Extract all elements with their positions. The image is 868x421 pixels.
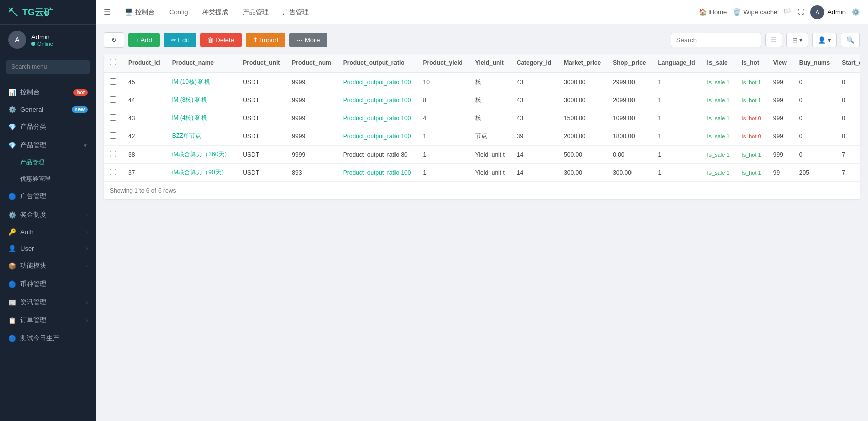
row-buy-nums: 0 — [793, 109, 836, 127]
row-shop-price: 1099.00 — [607, 109, 652, 127]
row-buy-nums: 205 — [793, 164, 836, 182]
sidebar-item-coupon-mgmt[interactable]: 优惠券管理 — [0, 171, 96, 187]
row-yield: 1 — [417, 164, 468, 182]
sidebar-item-coin-mgmt[interactable]: 🔵 币种管理 — [0, 275, 96, 293]
topbar-nav-config[interactable]: Config — [163, 5, 194, 19]
th-product-num[interactable]: Product_num — [286, 54, 337, 73]
topbar-nav-species[interactable]: 种类提成 — [196, 5, 234, 20]
row-start-day: 7 — [836, 146, 860, 164]
th-product-unit[interactable]: Product_unit — [236, 54, 286, 73]
row-yield-unit: 核 — [469, 91, 511, 109]
row-shop-price: 1800.00 — [607, 127, 652, 146]
table-row: 42 BZZ单节点 USDT 9999 Product_output_ratio… — [104, 127, 860, 146]
edit-button[interactable]: ✏ Edit — [164, 33, 196, 47]
topbar-home[interactable]: 🏠 Home — [699, 8, 727, 16]
th-language-id[interactable]: Language_id — [652, 54, 701, 73]
delete-button[interactable]: 🗑 Delete — [200, 33, 242, 47]
search-menu-input[interactable] — [6, 60, 90, 74]
sidebar-item-product-category[interactable]: 💎 产品分类 — [0, 118, 96, 136]
add-button[interactable]: + Add — [128, 33, 160, 47]
topbar-right: 🏠 Home 🗑️ Wipe cache 🏳️ ⛶ A Admin ⚙️ — [699, 5, 860, 19]
th-market-price[interactable]: Market_price — [558, 54, 607, 73]
sidebar-item-function-module[interactable]: 📦 功能模块 › — [0, 257, 96, 275]
topbar: ☰ 🖥️ 控制台 Config 种类提成 产品管理 广告管理 — [96, 0, 868, 24]
hamburger-icon[interactable]: ☰ — [104, 7, 111, 17]
topbar-wipe-cache[interactable]: 🗑️ Wipe cache — [733, 8, 777, 16]
sidebar-item-user[interactable]: 👤 User › — [0, 240, 96, 257]
row-yield-unit: 核 — [469, 109, 511, 127]
th-category-id[interactable]: Category_id — [511, 54, 558, 73]
row-checkbox — [104, 127, 122, 146]
th-product-output-ratio[interactable]: Product_output_ratio — [337, 54, 417, 73]
th-product-name[interactable]: Product_name — [166, 54, 237, 73]
import-button[interactable]: ⬆ Import — [246, 33, 285, 47]
sidebar-search-container — [0, 55, 96, 79]
topbar-flag[interactable]: 🏳️ — [783, 8, 792, 16]
th-is-sale[interactable]: Is_sale — [701, 54, 736, 73]
row-name: BZZ单节点 — [166, 127, 237, 146]
topbar-nav-console[interactable]: 🖥️ 控制台 — [119, 5, 161, 20]
row-is-sale: Is_sale 1 — [701, 91, 736, 109]
sidebar-item-test-today[interactable]: 🔵 测试今日生产 — [0, 329, 96, 347]
row-view: 999 — [767, 146, 793, 164]
th-buy-nums[interactable]: Buy_nums — [793, 54, 836, 73]
row-market-price: 1500.00 — [558, 109, 607, 127]
topbar-expand[interactable]: ⛶ — [798, 8, 804, 16]
table-scroll[interactable]: Product_id Product_name Product_unit Pro… — [104, 54, 860, 182]
row-checkbox — [104, 164, 122, 182]
toolbar: ↻ + Add ✏ Edit 🗑 Delete ⬆ Import ⋯ More … — [104, 32, 860, 48]
news-mgmt-label: 资讯管理 — [20, 298, 46, 307]
topbar-nav-product[interactable]: 产品管理 — [236, 5, 275, 20]
sidebar-item-ad-mgmt[interactable]: 🔵 广告管理 — [0, 187, 96, 205]
sidebar-item-product-mgmt[interactable]: 产品管理 — [0, 154, 96, 171]
th-is-hot[interactable]: Is_hot — [736, 54, 767, 73]
sidebar-item-dashboard[interactable]: 📊 控制台 hot — [0, 83, 96, 101]
th-product-id[interactable]: Product_id — [122, 54, 166, 73]
view-columns-button[interactable]: 👤 ▾ — [812, 33, 837, 47]
coin-mgmt-label: 币种管理 — [20, 279, 46, 289]
sidebar-item-general[interactable]: ⚙️ General new — [0, 101, 96, 118]
row-is-sale: Is_sale 1 — [701, 127, 736, 146]
search-input[interactable] — [671, 33, 761, 47]
row-shop-price: 2099.00 — [607, 91, 652, 109]
search-button[interactable]: 🔍 — [841, 33, 860, 47]
general-icon: ⚙️ — [8, 106, 16, 113]
row-name: iM (10核) 矿机 — [166, 73, 237, 91]
row-category-id: 14 — [511, 164, 558, 182]
row-id: 42 — [122, 127, 166, 146]
sidebar-item-bonus[interactable]: ⚙️ 奖金制度 › — [0, 205, 96, 224]
logo-icon: ⛏ — [8, 7, 18, 18]
topbar-nav-ad[interactable]: 广告管理 — [277, 5, 315, 20]
more-button[interactable]: ⋯ More — [289, 33, 327, 47]
sidebar-logo: ⛏ TG云矿 — [0, 0, 96, 25]
row-yield: 1 — [417, 146, 468, 164]
refresh-button[interactable]: ↻ — [104, 32, 124, 48]
sidebar-item-product-mgmt-parent[interactable]: 💎 产品管理 ▼ — [0, 136, 96, 154]
view-grid-button[interactable]: ⊞ ▾ — [786, 33, 809, 47]
news-mgmt-arrow: › — [86, 300, 88, 305]
topbar-avatar: A — [810, 5, 824, 19]
sidebar-item-order-mgmt[interactable]: 📋 订单管理 › — [0, 311, 96, 329]
online-indicator — [31, 42, 35, 46]
row-language-id: 1 — [652, 109, 701, 127]
sidebar-item-news-mgmt[interactable]: 📰 资讯管理 › — [0, 293, 96, 311]
topbar-left: ☰ 🖥️ 控制台 Config 种类提成 产品管理 广告管理 — [104, 5, 693, 20]
user-status: Online — [31, 41, 53, 47]
th-product-yield[interactable]: Product_yield — [417, 54, 468, 73]
row-category-id: 43 — [511, 73, 558, 91]
row-name: iM (8核) 矿机 — [166, 91, 237, 109]
th-view[interactable]: View — [767, 54, 793, 73]
expand-icon: ⛶ — [798, 8, 804, 16]
th-yield-unit[interactable]: Yield_unit — [469, 54, 511, 73]
th-shop-price[interactable]: Shop_price — [607, 54, 652, 73]
topbar-user[interactable]: A Admin — [810, 5, 846, 19]
select-all-checkbox[interactable] — [110, 59, 116, 65]
sidebar-item-auth[interactable]: 🔑 Auth › — [0, 224, 96, 240]
th-start-day[interactable]: Start_day — [836, 54, 860, 73]
row-output-ratio: Product_output_ratio 100 — [337, 109, 417, 127]
bonus-label: 奖金制度 — [20, 210, 46, 219]
view-list-button[interactable]: ☰ — [765, 33, 782, 47]
row-yield: 4 — [417, 109, 468, 127]
row-output-ratio: Product_output_ratio 100 — [337, 91, 417, 109]
topbar-settings[interactable]: ⚙️ — [852, 8, 860, 16]
